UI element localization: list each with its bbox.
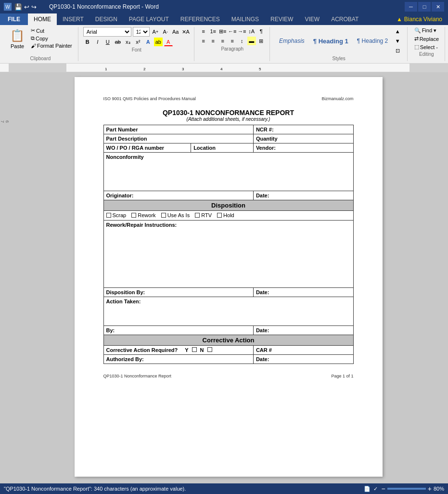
undo-icon[interactable]: ↩ — [24, 3, 29, 11]
underline-button[interactable]: U — [103, 38, 112, 46]
close-button[interactable]: ✕ — [432, 2, 444, 12]
tab-design[interactable]: DESIGN — [90, 13, 123, 25]
left-margin: 1 2 3 4 5 6 7 — [0, 72, 9, 489]
form-title: QP1030-1 NONCONFORMANCE REPORT — [103, 109, 354, 117]
rework-checkbox[interactable] — [131, 213, 136, 218]
tab-mailings[interactable]: MAILINGS — [226, 13, 265, 25]
title-bar: W 💾 ↩ ↪ QP1030-1 Nonconformance Report -… — [0, 0, 448, 13]
disposition-date-cell: Date: — [253, 288, 353, 297]
shading-button[interactable]: ▬ — [247, 37, 256, 45]
main-area: 1 2 3 4 5 6 7 ISO 9001 QMS Policies and … — [0, 72, 448, 489]
strikethrough-button[interactable]: ab — [114, 38, 122, 46]
text-effects-button[interactable]: A — [144, 38, 153, 46]
rework-checkbox-item[interactable]: Rework — [131, 212, 155, 218]
rtv-checkbox[interactable] — [195, 213, 200, 218]
tab-insert[interactable]: INSERT — [57, 13, 90, 25]
copy-button[interactable]: ⧉ Copy — [29, 35, 74, 42]
align-center-button[interactable]: ≡ — [209, 37, 218, 45]
tab-file[interactable]: FILE — [0, 13, 28, 25]
numbering-button[interactable]: 1≡ — [209, 27, 218, 36]
minimize-button[interactable]: ─ — [405, 2, 417, 12]
scrap-checkbox[interactable] — [106, 213, 111, 218]
zoom-level: 80% — [434, 486, 444, 489]
maximize-button[interactable]: □ — [418, 2, 431, 12]
borders-button[interactable]: ⊞ — [257, 37, 266, 45]
doc-footer-right: Page 1 of 1 — [331, 374, 353, 378]
proofing-icon[interactable]: ✓ — [373, 486, 378, 490]
line-spacing-button[interactable]: ↕ — [238, 37, 246, 45]
style-emphasis[interactable]: Emphasis — [276, 36, 308, 46]
zoom-out-button[interactable]: − — [382, 485, 385, 489]
font-color-button[interactable]: A — [164, 38, 173, 46]
disposition-by-cell: Disposition By: — [103, 288, 253, 297]
yes-label: Y — [185, 347, 188, 353]
styles-scroll-up[interactable]: ▲ — [393, 27, 402, 36]
part-number-cell: Part Number — [103, 125, 253, 134]
zoom-in-button[interactable]: + — [428, 485, 432, 489]
no-checkbox[interactable] — [207, 347, 212, 352]
font-family-select[interactable]: Arial — [83, 27, 131, 37]
ribbon-group-font: Arial 12 A+ A- Aa ✕A B I U ab x₂ x² — [79, 27, 194, 61]
sort-button[interactable]: ↕A — [247, 27, 256, 36]
align-left-button[interactable]: ≡ — [199, 37, 208, 45]
car-num-cell: CAR # — [253, 346, 353, 355]
tab-review[interactable]: REVIEW — [265, 13, 299, 25]
style-heading2[interactable]: ¶ Heading 2 — [354, 36, 392, 46]
styles-expand[interactable]: ⊡ — [393, 46, 402, 55]
bullets-button[interactable]: ≡ — [199, 27, 208, 36]
tab-view[interactable]: VIEW — [299, 13, 325, 25]
style-heading1[interactable]: ¶ Heading 1 — [310, 36, 352, 46]
doc-header-right: Bizmanualz.com — [321, 96, 353, 101]
shrink-font-button[interactable]: A- — [161, 27, 170, 36]
window-controls[interactable]: ─ □ ✕ — [405, 2, 444, 12]
text-highlight-button[interactable]: ab — [154, 38, 163, 46]
decrease-indent-button[interactable]: ←≡ — [228, 27, 237, 36]
quantity-cell: Quantity — [253, 134, 353, 143]
hold-checkbox-item[interactable]: Hold — [217, 212, 234, 218]
styles-scroll-down[interactable]: ▼ — [393, 37, 402, 45]
font-size-select[interactable]: 12 — [133, 27, 150, 37]
doc-header: ISO 9001 QMS Policies and Procedures Man… — [103, 96, 354, 101]
doc-header-left: ISO 9001 QMS Policies and Procedures Man… — [103, 96, 196, 101]
multilevel-list-button[interactable]: ⊞≡ — [218, 27, 227, 36]
table-row: Action Taken: — [103, 297, 353, 326]
rtv-checkbox-item[interactable]: RTV — [195, 212, 212, 218]
tab-references[interactable]: REFERENCES — [175, 13, 226, 25]
grow-font-button[interactable]: A+ — [151, 27, 160, 36]
redo-icon[interactable]: ↪ — [31, 3, 37, 11]
select-button[interactable]: ⬚ Select - — [412, 43, 441, 51]
format-painter-button[interactable]: 🖌 Format Painter — [29, 42, 74, 49]
increase-indent-button[interactable]: →≡ — [238, 27, 246, 36]
hold-checkbox[interactable] — [217, 213, 222, 218]
superscript-button[interactable]: x² — [134, 38, 142, 46]
tab-home[interactable]: HOME — [28, 13, 57, 25]
justify-button[interactable]: ≡ — [228, 37, 237, 45]
bold-button[interactable]: B — [83, 38, 92, 46]
tab-acrobat[interactable]: ACROBAT — [325, 13, 364, 25]
status-doc-info: "QP1030-1 Nonconformance Report": 340 ch… — [4, 486, 186, 489]
cut-button[interactable]: ✂ Cut — [29, 27, 74, 34]
align-right-button[interactable]: ≡ — [218, 37, 227, 45]
tab-page-layout[interactable]: PAGE LAYOUT — [123, 13, 175, 25]
change-case-button[interactable]: Aa — [171, 27, 180, 36]
use-as-is-checkbox[interactable] — [161, 213, 166, 218]
find-button[interactable]: 🔍 Find ▾ — [412, 27, 441, 34]
table-row: Disposition — [103, 200, 353, 211]
zoom-slider[interactable] — [387, 488, 426, 489]
paste-icon: 📋 — [10, 28, 25, 43]
paste-button[interactable]: 📋 Paste — [7, 27, 28, 50]
page-area: ISO 9001 QMS Policies and Procedures Man… — [9, 72, 448, 489]
clear-formatting-button[interactable]: ✕A — [181, 27, 190, 36]
word-count-icon[interactable]: 📄 — [364, 486, 371, 490]
table-row: WO / PO / RGA number Location Vendor: — [103, 143, 353, 153]
replace-button[interactable]: ⇄ Replace — [412, 35, 441, 42]
use-as-is-checkbox-item[interactable]: Use As Is — [161, 212, 190, 218]
italic-button[interactable]: I — [93, 38, 102, 46]
subscript-button[interactable]: x₂ — [124, 38, 132, 46]
save-icon[interactable]: 💾 — [14, 3, 22, 11]
yes-checkbox[interactable] — [192, 347, 197, 352]
ncr-cell: NCR #: — [253, 125, 353, 134]
ribbon-group-editing: 🔍 Find ▾ ⇄ Replace ⬚ Select - Editing — [409, 27, 445, 61]
show-hide-button[interactable]: ¶ — [257, 27, 266, 36]
scrap-checkbox-item[interactable]: Scrap — [106, 212, 127, 218]
